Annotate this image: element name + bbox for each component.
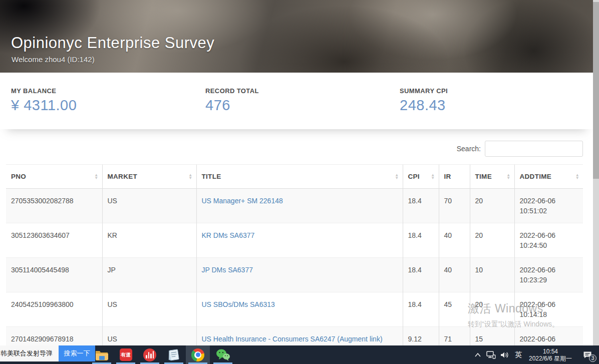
vertical-scrollbar[interactable] — [593, 0, 599, 345]
cell-ir: 70 — [439, 189, 470, 223]
survey-link[interactable]: US Manager+ SM 226148 — [202, 197, 283, 205]
clock-time: 10:54 — [543, 348, 558, 355]
cell-market: JP — [102, 258, 196, 292]
tray-network[interactable] — [484, 345, 498, 364]
sort-icon: ▲▼ — [506, 174, 510, 180]
cell-ir: 45 — [439, 292, 470, 327]
speaker-icon — [500, 351, 509, 359]
sort-icon: ▲▼ — [94, 174, 98, 180]
stat-label: MY BALANCE — [11, 87, 194, 95]
column-header-pno[interactable]: PNO▲▼ — [6, 165, 102, 189]
stat-my-balance: MY BALANCE ¥ 4311.00 — [0, 87, 194, 129]
taskbar-app-chrome[interactable] — [186, 345, 210, 364]
table-row: 2405425109963800USUS SBOs/DMs SA631318.4… — [6, 292, 583, 327]
cell-time: 20 — [470, 189, 514, 223]
tray-ime[interactable]: 英 — [512, 345, 525, 364]
cell-addtime: 2022-06-06 10:23:29 — [514, 258, 583, 292]
page-title: Opinionyc Enterprise Survey — [11, 34, 214, 52]
stat-value: 476 — [205, 97, 389, 114]
cell-ir: 40 — [439, 258, 470, 292]
clock-date: 2022/6/6 星期一 — [529, 355, 572, 362]
header-banner: Opinionyc Enterprise Survey Welcome zhou… — [0, 0, 593, 73]
cell-cpi: 18.4 — [403, 258, 439, 292]
column-header-market[interactable]: MARKET▲▼ — [102, 165, 196, 189]
chevron-up-icon — [475, 353, 481, 357]
cell-time: 10 — [470, 258, 514, 292]
youdao-icon: 有道 — [120, 348, 132, 361]
survey-link[interactable]: US Health Insurance - Consumers SA6247 (… — [202, 335, 383, 343]
cell-addtime: 2022-06-06 10:24:50 — [514, 223, 583, 258]
taskbar-app-notepad[interactable] — [162, 345, 186, 364]
column-label: IR — [444, 173, 451, 180]
column-label: PNO — [11, 173, 26, 180]
cell-pno: 305123603634607 — [6, 223, 102, 258]
cell-title: US SBOs/DMs SA6313 — [196, 292, 403, 327]
tray-clock[interactable]: 10:54 2022/6/6 星期一 — [526, 345, 575, 364]
cell-cpi: 18.4 — [403, 189, 439, 223]
wechat-icon — [215, 348, 230, 361]
taskbar-app-file-explorer[interactable] — [90, 345, 114, 364]
sort-icon: ▲▼ — [575, 174, 579, 180]
notepad-icon — [167, 348, 180, 361]
cell-title: JP DMs SA6377 — [196, 258, 403, 292]
stat-summary-cpi: SUMMARY CPI 248.43 — [389, 87, 583, 129]
search-input[interactable] — [485, 141, 583, 157]
table-search: Search: — [0, 141, 583, 157]
cell-pno: 305114005445498 — [6, 258, 102, 292]
column-header-time[interactable]: TIME▲▼ — [470, 165, 514, 189]
column-label: CPI — [408, 173, 420, 180]
table-row: 305123603634607KRKR DMs SA637718.4402020… — [6, 223, 583, 258]
cell-market: KR — [102, 223, 196, 258]
cell-cpi: 18.4 — [403, 292, 439, 327]
welcome-text: Welcome zhou4 (ID:142) — [12, 55, 95, 64]
cell-time: 20 — [470, 292, 514, 327]
cell-market: US — [102, 292, 196, 327]
taskbar-app-wechat[interactable] — [211, 345, 235, 364]
windows-taskbar: 搜索一下 有道 — [0, 345, 599, 364]
music-icon — [143, 348, 156, 361]
notification-badge: 3 — [589, 354, 596, 362]
stat-label: RECORD TOTAL — [205, 87, 389, 95]
stat-label: SUMMARY CPI — [400, 87, 583, 95]
tray-volume[interactable] — [498, 345, 512, 364]
sort-icon: ▲▼ — [395, 174, 399, 180]
taskbar-app-netease-music[interactable] — [138, 345, 162, 364]
column-header-ir[interactable]: IR — [439, 165, 470, 189]
sort-icon: ▲▼ — [188, 174, 192, 180]
column-header-cpi[interactable]: CPI▲▼ — [403, 165, 439, 189]
table-row: 305114005445498JPJP DMs SA637718.4401020… — [6, 258, 583, 292]
stat-value: ¥ 4311.00 — [11, 97, 194, 114]
stats-row: MY BALANCE ¥ 4311.00 RECORD TOTAL 476 SU… — [0, 73, 593, 129]
survey-link[interactable]: KR DMs SA6377 — [202, 231, 255, 239]
column-label: ADDTIME — [520, 173, 552, 180]
tray-notification-center[interactable]: 3 — [580, 345, 595, 364]
table-row: 2705353002082788USUS Manager+ SM 2261481… — [6, 189, 583, 223]
survey-link[interactable]: US SBOs/DMs SA6313 — [202, 300, 275, 308]
column-header-title[interactable]: TITLE▲▼ — [196, 165, 403, 189]
network-icon — [486, 351, 496, 359]
cell-cpi: 18.4 — [403, 223, 439, 258]
column-label: MARKET — [108, 173, 138, 180]
chrome-icon — [191, 348, 204, 361]
cell-addtime: 2022-06-06 10:51:02 — [514, 189, 583, 223]
sort-icon: ▲▼ — [431, 174, 435, 180]
file-explorer-icon — [95, 349, 109, 360]
taskbar-app-youdao[interactable]: 有道 — [114, 345, 138, 364]
table-body: 2705353002082788USUS Manager+ SM 2261481… — [6, 189, 583, 361]
taskbar-search-input[interactable] — [0, 345, 59, 361]
cell-time: 20 — [470, 223, 514, 258]
scrollbar-thumb[interactable] — [593, 2, 599, 179]
cell-addtime: 2022-06-06 10:14:18 — [514, 292, 583, 327]
search-label: Search: — [457, 145, 481, 153]
table-header-row: PNO▲▼MARKET▲▼TITLE▲▼CPI▲▼IRTIME▲▼ADDTIME… — [6, 165, 583, 189]
tray-chevron-up[interactable] — [472, 345, 484, 364]
cell-title: US Manager+ SM 226148 — [196, 189, 403, 223]
cell-pno: 2705353002082788 — [6, 189, 102, 223]
column-label: TIME — [475, 173, 492, 180]
survey-link[interactable]: JP DMs SA6377 — [202, 266, 253, 274]
stat-value: 248.43 — [400, 97, 583, 114]
stat-record-total: RECORD TOTAL 476 — [194, 87, 389, 129]
column-header-addtime[interactable]: ADDTIME▲▼ — [514, 165, 583, 189]
cell-pno: 2405425109963800 — [6, 292, 102, 327]
cell-ir: 40 — [439, 223, 470, 258]
